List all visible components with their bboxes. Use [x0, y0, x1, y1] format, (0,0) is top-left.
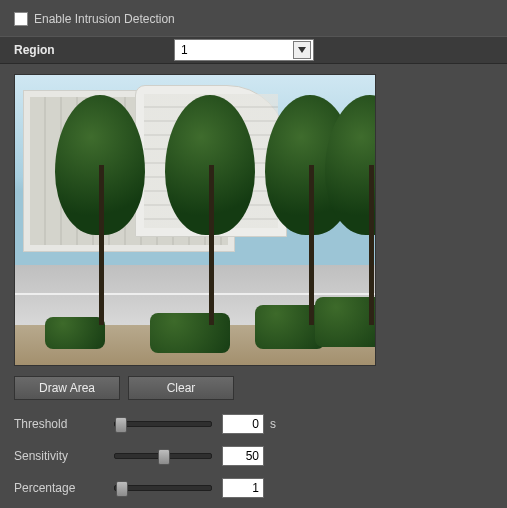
- threshold-label: Threshold: [14, 417, 114, 431]
- threshold-thumb[interactable]: [115, 417, 127, 433]
- threshold-slider[interactable]: [114, 421, 212, 427]
- percentage-slider[interactable]: [114, 485, 212, 491]
- chevron-down-icon: [293, 41, 311, 59]
- sensitivity-label: Sensitivity: [14, 449, 114, 463]
- threshold-value[interactable]: 0: [222, 414, 264, 434]
- video-preview[interactable]: [14, 74, 376, 366]
- enable-label: Enable Intrusion Detection: [34, 12, 175, 26]
- sensitivity-value[interactable]: 50: [222, 446, 264, 466]
- sensitivity-slider[interactable]: [114, 453, 212, 459]
- percentage-label: Percentage: [14, 481, 114, 495]
- enable-checkbox[interactable]: [14, 12, 28, 26]
- sensitivity-thumb[interactable]: [158, 449, 170, 465]
- sensitivity-row: Sensitivity 50: [14, 446, 493, 466]
- percentage-row: Percentage 1: [14, 478, 493, 498]
- percentage-thumb[interactable]: [116, 481, 128, 497]
- clear-button[interactable]: Clear: [128, 376, 234, 400]
- region-label: Region: [14, 43, 174, 57]
- region-bar: Region 1: [0, 36, 507, 64]
- threshold-unit: s: [270, 417, 276, 431]
- threshold-row: Threshold 0 s: [14, 414, 493, 434]
- region-select-value: 1: [181, 43, 188, 57]
- region-select[interactable]: 1: [174, 39, 314, 61]
- percentage-value[interactable]: 1: [222, 478, 264, 498]
- draw-area-button[interactable]: Draw Area: [14, 376, 120, 400]
